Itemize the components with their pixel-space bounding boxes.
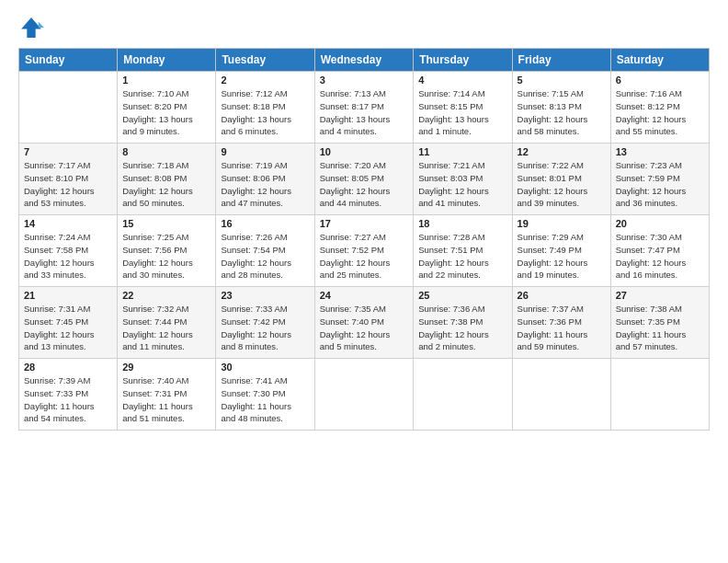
day-cell [19,72,118,144]
day-number: 1 [122,75,210,86]
day-number: 25 [418,290,506,301]
day-number: 29 [122,362,210,373]
day-cell [414,359,512,431]
day-cell: 27Sunrise: 7:38 AMSunset: 7:35 PMDayligh… [610,287,709,359]
day-cell: 22Sunrise: 7:32 AMSunset: 7:44 PMDayligh… [118,287,216,359]
day-cell [512,359,610,431]
day-cell [314,359,414,431]
day-info: Sunrise: 7:25 AMSunset: 7:56 PMDaylight:… [122,231,210,282]
day-info: Sunrise: 7:29 AMSunset: 7:49 PMDaylight:… [518,231,606,282]
day-cell: 10Sunrise: 7:20 AMSunset: 8:05 PMDayligh… [314,144,414,215]
svg-marker-0 [21,17,41,38]
day-cell: 23Sunrise: 7:33 AMSunset: 7:42 PMDayligh… [216,287,314,359]
day-number: 3 [320,75,409,86]
day-cell: 9Sunrise: 7:19 AMSunset: 8:06 PMDaylight… [216,144,314,215]
day-cell: 1Sunrise: 7:10 AMSunset: 8:20 PMDaylight… [118,72,216,144]
day-info: Sunrise: 7:16 AMSunset: 8:12 PMDaylight:… [616,87,704,138]
col-header-wednesday: Wednesday [314,49,414,72]
day-cell: 3Sunrise: 7:13 AMSunset: 8:17 PMDaylight… [314,72,414,144]
col-header-tuesday: Tuesday [216,49,314,72]
day-info: Sunrise: 7:37 AMSunset: 7:36 PMDaylight:… [518,303,606,353]
day-cell: 29Sunrise: 7:40 AMSunset: 7:31 PMDayligh… [118,359,216,431]
day-info: Sunrise: 7:21 AMSunset: 8:03 PMDaylight:… [418,159,506,210]
day-info: Sunrise: 7:14 AMSunset: 8:15 PMDaylight:… [418,87,506,138]
day-number: 24 [320,290,409,301]
day-cell: 16Sunrise: 7:26 AMSunset: 7:54 PMDayligh… [216,215,314,287]
page: SundayMondayTuesdayWednesdayThursdayFrid… [0,0,728,563]
day-cell: 5Sunrise: 7:15 AMSunset: 8:13 PMDaylight… [512,72,610,144]
day-cell: 28Sunrise: 7:39 AMSunset: 7:33 PMDayligh… [19,359,118,431]
col-header-thursday: Thursday [414,49,512,72]
day-number: 28 [24,362,112,373]
day-cell: 20Sunrise: 7:30 AMSunset: 7:47 PMDayligh… [610,215,709,287]
day-number: 30 [221,362,309,373]
day-info: Sunrise: 7:23 AMSunset: 7:59 PMDaylight:… [616,159,704,210]
day-info: Sunrise: 7:31 AMSunset: 7:45 PMDaylight:… [24,303,112,353]
day-info: Sunrise: 7:13 AMSunset: 8:17 PMDaylight:… [320,87,409,138]
day-cell: 6Sunrise: 7:16 AMSunset: 8:12 PMDaylight… [610,72,709,144]
day-info: Sunrise: 7:41 AMSunset: 7:30 PMDaylight:… [221,374,309,425]
day-number: 4 [418,75,506,86]
day-info: Sunrise: 7:18 AMSunset: 8:08 PMDaylight:… [122,159,210,210]
week-row-1: 1Sunrise: 7:10 AMSunset: 8:20 PMDaylight… [19,72,710,144]
header [18,15,710,40]
day-info: Sunrise: 7:32 AMSunset: 7:44 PMDaylight:… [122,303,210,353]
day-info: Sunrise: 7:24 AMSunset: 7:58 PMDaylight:… [24,231,112,282]
day-info: Sunrise: 7:15 AMSunset: 8:13 PMDaylight:… [518,87,606,138]
day-info: Sunrise: 7:28 AMSunset: 7:51 PMDaylight:… [418,231,506,282]
week-row-2: 7Sunrise: 7:17 AMSunset: 8:10 PMDaylight… [19,144,710,215]
day-info: Sunrise: 7:33 AMSunset: 7:42 PMDaylight:… [221,303,309,353]
day-cell: 30Sunrise: 7:41 AMSunset: 7:30 PMDayligh… [216,359,314,431]
day-cell: 11Sunrise: 7:21 AMSunset: 8:03 PMDayligh… [414,144,512,215]
day-cell: 18Sunrise: 7:28 AMSunset: 7:51 PMDayligh… [414,215,512,287]
col-header-saturday: Saturday [610,49,709,72]
day-cell [610,359,709,431]
day-number: 14 [24,218,112,229]
day-info: Sunrise: 7:12 AMSunset: 8:18 PMDaylight:… [221,87,309,138]
day-number: 22 [122,290,210,301]
day-info: Sunrise: 7:22 AMSunset: 8:01 PMDaylight:… [518,159,606,210]
day-info: Sunrise: 7:10 AMSunset: 8:20 PMDaylight:… [122,87,210,138]
day-cell: 21Sunrise: 7:31 AMSunset: 7:45 PMDayligh… [19,287,118,359]
day-number: 2 [221,75,309,86]
week-row-4: 21Sunrise: 7:31 AMSunset: 7:45 PMDayligh… [19,287,710,359]
day-info: Sunrise: 7:26 AMSunset: 7:54 PMDaylight:… [221,231,309,282]
day-number: 15 [122,218,210,229]
day-number: 5 [518,75,606,86]
day-number: 13 [616,146,704,157]
day-cell: 25Sunrise: 7:36 AMSunset: 7:38 PMDayligh… [414,287,512,359]
day-cell: 26Sunrise: 7:37 AMSunset: 7:36 PMDayligh… [512,287,610,359]
day-cell: 15Sunrise: 7:25 AMSunset: 7:56 PMDayligh… [118,215,216,287]
day-number: 12 [518,146,606,157]
day-info: Sunrise: 7:19 AMSunset: 8:06 PMDaylight:… [221,159,309,210]
header-row: SundayMondayTuesdayWednesdayThursdayFrid… [19,49,710,72]
week-row-3: 14Sunrise: 7:24 AMSunset: 7:58 PMDayligh… [19,215,710,287]
day-cell: 19Sunrise: 7:29 AMSunset: 7:49 PMDayligh… [512,215,610,287]
col-header-friday: Friday [512,49,610,72]
day-info: Sunrise: 7:36 AMSunset: 7:38 PMDaylight:… [418,303,506,353]
day-info: Sunrise: 7:30 AMSunset: 7:47 PMDaylight:… [616,231,704,282]
day-cell: 13Sunrise: 7:23 AMSunset: 7:59 PMDayligh… [610,144,709,215]
day-cell: 14Sunrise: 7:24 AMSunset: 7:58 PMDayligh… [19,215,118,287]
day-number: 27 [616,290,704,301]
day-number: 21 [24,290,112,301]
day-info: Sunrise: 7:20 AMSunset: 8:05 PMDaylight:… [320,159,409,210]
col-header-sunday: Sunday [19,49,118,72]
logo-icon [18,15,44,40]
day-info: Sunrise: 7:17 AMSunset: 8:10 PMDaylight:… [24,159,112,210]
day-info: Sunrise: 7:35 AMSunset: 7:40 PMDaylight:… [320,303,409,353]
day-cell: 7Sunrise: 7:17 AMSunset: 8:10 PMDaylight… [19,144,118,215]
day-cell: 8Sunrise: 7:18 AMSunset: 8:08 PMDaylight… [118,144,216,215]
day-number: 16 [221,218,309,229]
day-number: 19 [518,218,606,229]
day-number: 18 [418,218,506,229]
day-cell: 4Sunrise: 7:14 AMSunset: 8:15 PMDaylight… [414,72,512,144]
week-row-5: 28Sunrise: 7:39 AMSunset: 7:33 PMDayligh… [19,359,710,431]
day-number: 11 [418,146,506,157]
day-cell: 24Sunrise: 7:35 AMSunset: 7:40 PMDayligh… [314,287,414,359]
logo [18,15,48,40]
day-number: 6 [616,75,704,86]
day-number: 26 [518,290,606,301]
day-cell: 12Sunrise: 7:22 AMSunset: 8:01 PMDayligh… [512,144,610,215]
day-number: 23 [221,290,309,301]
